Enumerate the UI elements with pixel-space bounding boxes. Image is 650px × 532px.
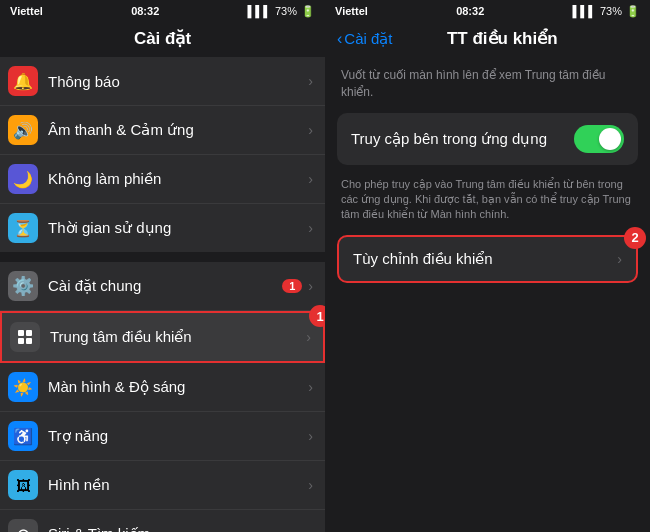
sidebar-item-cai-dat-chung[interactable]: ⚙️ Cài đặt chung 1 ›	[0, 262, 325, 311]
toggle-row[interactable]: Truy cập bên trong ứng dụng	[337, 113, 638, 165]
svg-rect-0	[18, 330, 24, 336]
left-battery: ▌▌▌ 73% 🔋	[248, 5, 315, 18]
sidebar-item-khong-lam-phien[interactable]: 🌙 Không làm phiền ›	[0, 155, 325, 204]
chevron-icon: ›	[308, 278, 313, 294]
left-panel: Viettel 08:32 ▌▌▌ 73% 🔋 Cài đặt 🔔 Thông …	[0, 0, 325, 532]
battery-pct: 73%	[275, 5, 297, 17]
sidebar-item-man-hinh[interactable]: ☀️ Màn hình & Độ sáng ›	[0, 363, 325, 412]
left-time: 08:32	[131, 5, 159, 17]
access-toggle[interactable]	[574, 125, 624, 153]
right-battery: ▌▌▌ 73% 🔋	[573, 5, 640, 18]
right-content: Vuốt từ cuối màn hình lên để xem Trung t…	[325, 57, 650, 532]
sidebar-item-trung-tam[interactable]: Trung tâm điều khiển › 1	[0, 311, 325, 363]
main-description: Vuốt từ cuối màn hình lên để xem Trung t…	[337, 57, 638, 113]
toggle-description: Cho phép truy cập vào Trung tâm điều khi…	[337, 173, 638, 235]
thong-bao-label: Thông báo	[48, 73, 308, 90]
am-thanh-label: Âm thanh & Cảm ứng	[48, 121, 308, 139]
khong-lam-phien-icon: 🌙	[8, 164, 38, 194]
group-divider	[0, 254, 325, 262]
sidebar-item-siri[interactable]: ◎ Siri & Tìm kiếm ›	[0, 510, 325, 532]
step-2-badge: 2	[624, 227, 646, 249]
signal-icon: ▌▌▌	[248, 5, 271, 17]
tuy-chinh-label: Tùy chỉnh điều khiển	[353, 250, 493, 268]
hinh-nen-label: Hình nền	[48, 476, 308, 494]
thoi-gian-label: Thời gian sử dụng	[48, 219, 308, 237]
sidebar-item-tro-nang[interactable]: ♿ Trợ năng ›	[0, 412, 325, 461]
battery-icon: 🔋	[626, 5, 640, 18]
chevron-icon: ›	[308, 428, 313, 444]
man-hinh-icon: ☀️	[8, 372, 38, 402]
battery-pct: 73%	[600, 5, 622, 17]
trung-tam-icon	[10, 322, 40, 352]
settings-list: 🔔 Thông báo › 🔊 Âm thanh & Cảm ứng › 🌙 K…	[0, 57, 325, 532]
trung-tam-label: Trung tâm điều khiển	[50, 328, 306, 346]
tro-nang-label: Trợ năng	[48, 427, 308, 445]
tuy-chinh-row[interactable]: Tùy chỉnh điều khiển › 2	[337, 235, 638, 283]
toggle-label: Truy cập bên trong ứng dụng	[351, 130, 547, 148]
left-carrier: Viettel	[10, 5, 43, 17]
left-status-bar: Viettel 08:32 ▌▌▌ 73% 🔋	[0, 0, 325, 22]
back-label: Cài đặt	[344, 30, 392, 48]
right-nav-title: TT điều khiển	[397, 28, 608, 49]
sidebar-item-am-thanh[interactable]: 🔊 Âm thanh & Cảm ứng ›	[0, 106, 325, 155]
left-nav-title: Cài đặt	[0, 22, 325, 57]
chevron-icon: ›	[308, 122, 313, 138]
signal-icon: ▌▌▌	[573, 5, 596, 17]
battery-icon: 🔋	[301, 5, 315, 18]
right-status-bar: Viettel 08:32 ▌▌▌ 73% 🔋	[325, 0, 650, 22]
right-nav-header: ‹ Cài đặt TT điều khiển	[325, 22, 650, 57]
thong-bao-icon: 🔔	[8, 66, 38, 96]
tuy-chinh-chevron-icon: ›	[617, 251, 622, 267]
sidebar-item-thoi-gian[interactable]: ⏳ Thời gian sử dụng ›	[0, 204, 325, 252]
hinh-nen-icon: 🖼	[8, 470, 38, 500]
chevron-icon: ›	[306, 329, 311, 345]
badge-1: 1	[282, 279, 302, 293]
sidebar-item-hinh-nen[interactable]: 🖼 Hình nền ›	[0, 461, 325, 510]
khong-lam-phien-label: Không làm phiền	[48, 170, 308, 188]
svg-rect-1	[26, 330, 32, 336]
chevron-icon: ›	[308, 171, 313, 187]
chevron-icon: ›	[308, 73, 313, 89]
tro-nang-icon: ♿	[8, 421, 38, 451]
chevron-icon: ›	[308, 477, 313, 493]
chevron-icon: ›	[308, 220, 313, 236]
cai-dat-chung-icon: ⚙️	[8, 271, 38, 301]
am-thanh-icon: 🔊	[8, 115, 38, 145]
cai-dat-chung-label: Cài đặt chung	[48, 277, 282, 295]
sidebar-item-thong-bao[interactable]: 🔔 Thông báo ›	[0, 57, 325, 106]
right-carrier: Viettel	[335, 5, 368, 17]
settings-group-2: ⚙️ Cài đặt chung 1 › Trung tâm điều khiể…	[0, 262, 325, 532]
man-hinh-label: Màn hình & Độ sáng	[48, 378, 308, 396]
svg-rect-3	[26, 338, 32, 344]
settings-group-1: 🔔 Thông báo › 🔊 Âm thanh & Cảm ứng › 🌙 K…	[0, 57, 325, 252]
chevron-icon: ›	[308, 526, 313, 532]
chevron-icon: ›	[308, 379, 313, 395]
thoi-gian-icon: ⏳	[8, 213, 38, 243]
siri-icon: ◎	[8, 519, 38, 532]
right-panel: Viettel 08:32 ▌▌▌ 73% 🔋 ‹ Cài đặt TT điề…	[325, 0, 650, 532]
siri-label: Siri & Tìm kiếm	[48, 525, 308, 532]
svg-rect-2	[18, 338, 24, 344]
step-1-badge: 1	[309, 305, 325, 327]
back-button[interactable]: ‹ Cài đặt	[337, 30, 393, 48]
right-time: 08:32	[456, 5, 484, 17]
back-chevron-icon: ‹	[337, 30, 342, 48]
